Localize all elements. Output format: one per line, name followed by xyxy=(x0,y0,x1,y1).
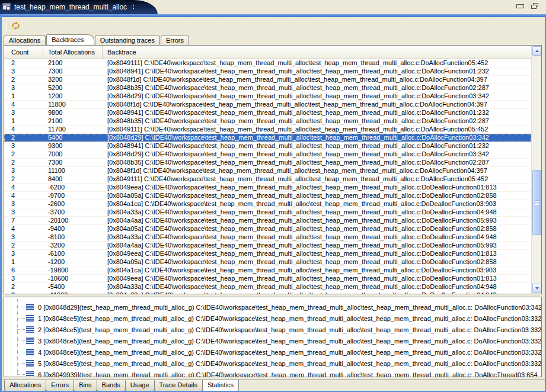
view-tab-errors[interactable]: Errors xyxy=(161,36,189,45)
cell-count: 3 xyxy=(4,200,43,208)
view-tab-outstanding-traces[interactable]: Outstanding traces xyxy=(95,36,160,45)
cell-total: 8400 xyxy=(43,175,103,183)
sync-icon[interactable] xyxy=(10,20,21,31)
table-row[interactable]: 22100[0x8049111] C:\IDE40\workspace\test… xyxy=(4,59,531,68)
table-row[interactable]: 7-20100[0x804a4aa] C:\IDE40\workspace\te… xyxy=(4,217,531,225)
cell-count: 6 xyxy=(4,266,43,274)
trace-item[interactable]: 0 [0x8048d29](test_heap_mem_thread_multi… xyxy=(4,301,541,313)
trace-item[interactable]: 3 [0x8048ce5](test_heap_mem_thread_multi… xyxy=(4,335,541,346)
table-row[interactable]: 3-3700[0x804a33a] C:\IDE40\workspace\tes… xyxy=(4,208,531,217)
scrollbar-thumb[interactable] xyxy=(532,170,541,235)
cell-total: -1200 xyxy=(43,258,103,266)
table-row[interactable]: 12100[0x8048b35] C:\IDE40\workspace\test… xyxy=(4,117,531,126)
cell-backtrace: [0x8048f1d] C:\IDE40\workspace\test_heap… xyxy=(103,167,531,175)
table-row[interactable]: 2-11000[0x804a33a] C:\IDE40\workspace\te… xyxy=(4,291,531,294)
cell-total: 11100 xyxy=(43,167,103,175)
column-header-backtrace[interactable]: Backtrace xyxy=(103,46,531,59)
view-tab-allocations[interactable]: Allocations xyxy=(4,36,46,45)
backtraces-table: CountTotal AllocationsBacktrace 22100[0x… xyxy=(4,45,542,294)
cell-total: -6200 xyxy=(43,184,103,191)
scroll-down-icon[interactable] xyxy=(532,284,541,293)
table-row[interactable]: 2-3200[0x804a4aa] C:\IDE40\workspace\tes… xyxy=(4,242,531,250)
cell-backtrace: [0x8048b35] C:\IDE40\workspace\test_heap… xyxy=(103,159,531,166)
panel-tab-statistics[interactable]: Statistics xyxy=(202,380,239,391)
table-row[interactable]: 2-5400[0x804a33a] C:\IDE40\workspace\tes… xyxy=(4,283,531,291)
cell-backtrace: [0x8048f1d] C:\IDE40\workspace\test_heap… xyxy=(103,101,531,108)
trace-item[interactable]: 2 [0x8048ce5](test_heap_mem_thread_multi… xyxy=(4,324,541,335)
table-row[interactable]: 4-9400[0x804a05a] C:\IDE40\workspace\tes… xyxy=(4,225,531,233)
trace-item[interactable]: 6 [0x8049939](test_heap_mem_thread_multi… xyxy=(4,369,541,377)
restore-icon[interactable] xyxy=(531,3,539,9)
table-header[interactable]: CountTotal AllocationsBacktrace xyxy=(4,46,531,59)
tab-swoosh xyxy=(134,0,158,14)
cell-count: 1 xyxy=(4,92,43,100)
table-row[interactable]: 23200[0x8048f1d] C:\IDE40\workspace\test… xyxy=(4,76,531,84)
toolbar-grip[interactable] xyxy=(6,21,8,31)
table-row[interactable]: 411700[0x8049111] C:\IDE40\workspace\tes… xyxy=(4,126,531,134)
column-header-count[interactable]: Count xyxy=(4,46,43,59)
table-row[interactable]: 311100[0x8048f1d] C:\IDE40\workspace\tes… xyxy=(4,167,531,175)
cell-count: 4 xyxy=(4,225,43,233)
table-row[interactable]: 35200[0x8048b35] C:\IDE40\workspace\test… xyxy=(4,84,531,92)
stack-trace-icon xyxy=(26,349,34,355)
table-row[interactable]: 28400[0x8049111] C:\IDE40\workspace\test… xyxy=(4,175,531,184)
cell-total: 2100 xyxy=(43,59,103,67)
panel-tab-errors[interactable]: Errors xyxy=(46,380,74,391)
cell-total: -2600 xyxy=(43,200,103,208)
cell-count: 3 xyxy=(4,208,43,216)
trace-item[interactable]: 5 [0x8048ce5](test_heap_mem_thread_multi… xyxy=(4,358,541,369)
table-row[interactable]: 1-1200[0x804a05a] C:\IDE40\workspace\tes… xyxy=(4,258,531,266)
table-rows: 22100[0x8049111] C:\IDE40\workspace\test… xyxy=(4,59,531,294)
cell-backtrace: [0x8049111] C:\IDE40\workspace\test_heap… xyxy=(103,59,531,67)
stack-trace-icon xyxy=(26,326,34,333)
panel-tab-allocations[interactable]: Allocations xyxy=(4,380,46,391)
editor-tab[interactable]: test_heap_mem_thread_multi_alloc ✕ xyxy=(0,0,134,14)
table-row[interactable]: 4-6200[0x8049eea] C:\IDE40\workspace\tes… xyxy=(4,184,531,192)
view-tabs: AllocationsBacktracesOutstanding tracesE… xyxy=(4,34,190,45)
view-tab-backtraces[interactable]: Backtraces xyxy=(46,34,94,45)
cell-backtrace: [0x804a05a] C:\IDE40\workspace\test_heap… xyxy=(103,192,531,200)
cell-count: 3 xyxy=(4,275,43,282)
table-row[interactable]: 27000[0x8048d29] C:\IDE40\workspace\test… xyxy=(4,150,531,159)
cell-count: 2 xyxy=(4,159,43,166)
cell-backtrace: [0x8048d29] C:\IDE40\workspace\test_heap… xyxy=(103,134,531,142)
cell-backtrace: [0x804a05a] C:\IDE40\workspace\test_heap… xyxy=(103,258,531,266)
table-row[interactable]: 37300[0x8048941] C:\IDE40\workspace\test… xyxy=(4,68,531,76)
cell-total: -9400 xyxy=(43,225,103,233)
editor-tab-bar: test_heap_mem_thread_multi_alloc ✕ xyxy=(0,0,546,14)
table-row[interactable]: 25400[0x8048d29] C:\IDE40\workspace\test… xyxy=(4,134,531,142)
table-row[interactable]: 4-9700[0x804a05a] C:\IDE40\workspace\tes… xyxy=(4,192,531,200)
cell-backtrace: [0x804a4aa] C:\IDE40\workspace\test_heap… xyxy=(103,217,531,224)
table-row[interactable]: 411800[0x8048f1d] C:\IDE40\workspace\tes… xyxy=(4,101,531,109)
table-row[interactable]: 39300[0x8048941] C:\IDE40\workspace\test… xyxy=(4,142,531,150)
table-row[interactable]: 3-2600[0x804a1ca] C:\IDE40\workspace\tes… xyxy=(4,200,531,208)
cell-backtrace: [0x8048d29] C:\IDE40\workspace\test_heap… xyxy=(103,92,531,100)
panel-tab-bins[interactable]: Bins xyxy=(74,380,97,391)
cell-total: -6100 xyxy=(43,250,103,258)
table-row[interactable]: 39800[0x8048941] C:\IDE40\workspace\test… xyxy=(4,109,531,117)
trace-item[interactable]: 1 [0x8048ce5](test_heap_mem_thread_multi… xyxy=(4,313,541,324)
scroll-up-icon[interactable] xyxy=(532,46,541,56)
table-row[interactable]: 3-8100[0x804a33a] C:\IDE40\workspace\tes… xyxy=(4,233,531,242)
table-row[interactable]: 27300[0x8048b35] C:\IDE40\workspace\test… xyxy=(4,159,531,167)
trace-item-label: 2 [0x8048ce5](test_heap_mem_thread_multi… xyxy=(38,326,541,333)
cell-backtrace: [0x804a33a] C:\IDE40\workspace\test_heap… xyxy=(103,291,531,294)
panel-tab-bands[interactable]: Bands xyxy=(97,380,126,391)
stack-trace-icon xyxy=(26,304,34,310)
table-row[interactable]: 11200[0x8048d29] C:\IDE40\workspace\test… xyxy=(4,92,531,101)
cell-total: -11000 xyxy=(43,291,103,294)
table-row[interactable]: 3-10600[0x8049eea] C:\IDE40\workspace\te… xyxy=(4,275,531,283)
panel-tab-trace-details[interactable]: Trace Details xyxy=(154,380,203,391)
cell-count: 2 xyxy=(4,150,43,158)
minimize-icon[interactable] xyxy=(516,4,524,8)
editor-tab-title: test_heap_mem_thread_multi_alloc xyxy=(14,3,127,11)
trace-item[interactable]: 4 [0x8048ce5](test_heap_mem_thread_multi… xyxy=(4,346,541,358)
column-header-total-allocations[interactable]: Total Allocations xyxy=(43,46,103,59)
trace-item-label: 3 [0x8048ce5](test_heap_mem_thread_multi… xyxy=(38,338,541,345)
vertical-scrollbar[interactable] xyxy=(531,46,541,294)
panel-tab-usage[interactable]: Usage xyxy=(125,380,155,391)
trace-item-label: 4 [0x8048ce5](test_heap_mem_thread_multi… xyxy=(38,349,541,356)
view-toolbar xyxy=(0,17,546,34)
table-row[interactable]: 6-19800[0x804a1ca] C:\IDE40\workspace\te… xyxy=(4,266,531,275)
table-row[interactable]: 3-6100[0x8049eea] C:\IDE40\workspace\tes… xyxy=(4,250,531,258)
